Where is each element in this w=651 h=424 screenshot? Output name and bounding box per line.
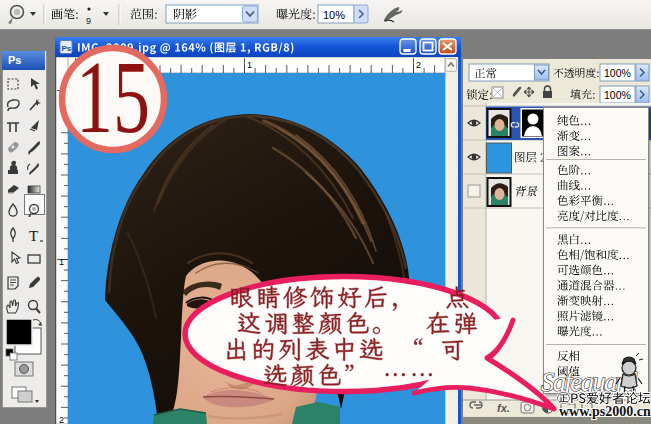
svg-text:www.ps2000.cn: www.ps2000.cn: [559, 404, 651, 419]
svg-text:15: 15: [76, 40, 150, 154]
